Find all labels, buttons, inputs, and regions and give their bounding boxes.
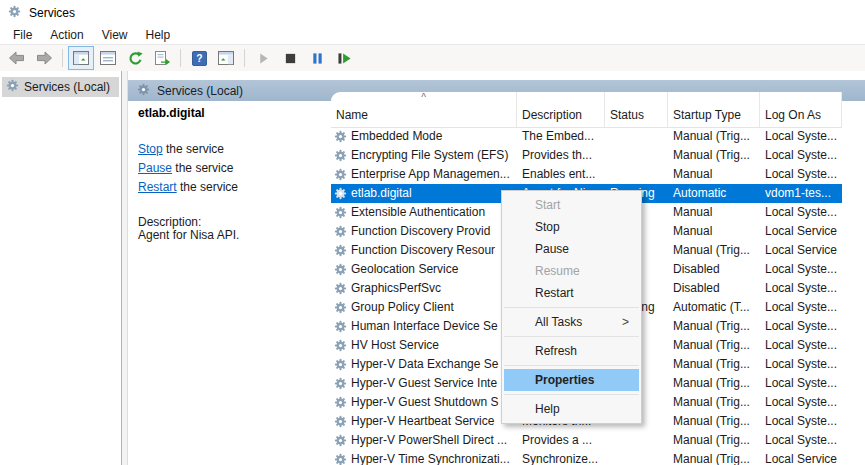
service-gear-icon bbox=[334, 434, 347, 447]
cell-log-on-as: Local Syste... bbox=[760, 146, 842, 165]
cell-status bbox=[605, 431, 668, 450]
cell-log-on-as: Local Syste... bbox=[760, 374, 842, 393]
cell-name: Human Interface Device Se bbox=[331, 317, 517, 336]
menu-separator bbox=[504, 365, 639, 366]
cell-startup-type: Disabled bbox=[668, 260, 760, 279]
services-gear-icon bbox=[137, 83, 150, 99]
forward-button[interactable] bbox=[31, 46, 57, 70]
service-action-pause: Pause the service bbox=[138, 160, 328, 176]
window-tree-icon bbox=[73, 51, 89, 65]
back-button[interactable] bbox=[4, 46, 30, 70]
context-menu-item-help[interactable]: Help bbox=[502, 398, 641, 420]
cell-log-on-as: Local Syste... bbox=[760, 431, 842, 450]
service-row[interactable]: Hyper-V PowerShell Direct ...Provides a … bbox=[331, 431, 842, 450]
export-list-button[interactable] bbox=[149, 46, 175, 70]
help-button[interactable]: ? bbox=[186, 46, 212, 70]
service-gear-icon bbox=[334, 396, 347, 409]
cell-log-on-as: Local Syste... bbox=[760, 298, 842, 317]
service-description-block: Description: Agent for Nisa API. bbox=[138, 216, 239, 242]
show-console-tree-button[interactable] bbox=[68, 46, 94, 70]
service-name-text: Group Policy Client bbox=[351, 298, 454, 317]
column-header-startup-type[interactable]: Startup Type bbox=[668, 92, 760, 127]
service-gear-icon bbox=[334, 453, 347, 465]
tree-item-services-local[interactable]: Services (Local) bbox=[2, 77, 119, 97]
service-name-text: Hyper-V Guest Service Inte bbox=[351, 374, 497, 393]
menu-file[interactable]: File bbox=[4, 27, 41, 43]
start-service-button[interactable] bbox=[250, 46, 276, 70]
service-gear-icon bbox=[334, 282, 347, 295]
column-label: Startup Type bbox=[673, 108, 741, 122]
cell-startup-type: Manual (Trig... bbox=[668, 431, 760, 450]
service-name-text: Geolocation Service bbox=[351, 260, 458, 279]
context-menu-item-pause[interactable]: Pause bbox=[502, 238, 641, 260]
menu-item-label: Refresh bbox=[535, 344, 577, 358]
service-gear-icon bbox=[334, 130, 347, 143]
context-menu-item-refresh[interactable]: Refresh bbox=[502, 340, 641, 362]
cell-log-on-as: Local Syste... bbox=[760, 165, 842, 184]
service-row[interactable]: Hyper-V Time Synchronizati...Synchronize… bbox=[331, 450, 842, 465]
menu-bar: FileActionViewHelp bbox=[0, 26, 865, 44]
service-gear-icon bbox=[334, 301, 347, 314]
cell-name: Hyper-V Guest Shutdown S bbox=[331, 393, 517, 412]
cell-status bbox=[605, 450, 668, 465]
services-pane: Services (Local) etlab.digital Stop the … bbox=[128, 71, 865, 465]
service-name-text: Hyper-V Guest Shutdown S bbox=[351, 393, 498, 412]
cell-startup-type: Manual (Trig... bbox=[668, 450, 760, 465]
menu-item-label: Stop bbox=[535, 220, 560, 234]
svg-text:?: ? bbox=[196, 53, 202, 64]
cell-log-on-as: vdom1-tes... bbox=[760, 184, 842, 203]
cell-name: Hyper-V PowerShell Direct ... bbox=[331, 431, 517, 450]
pause-service-button[interactable] bbox=[304, 46, 330, 70]
pause-service-link[interactable]: Pause bbox=[138, 161, 172, 175]
column-label: Log On As bbox=[765, 108, 821, 122]
column-header-log-on-as[interactable]: Log On As bbox=[760, 92, 842, 127]
show-action-pane-button[interactable] bbox=[213, 46, 239, 70]
service-row[interactable]: Enterprise App Managemen...Enables ent..… bbox=[331, 165, 842, 184]
service-name-text: GraphicsPerfSvc bbox=[351, 279, 441, 298]
cell-description: Provides th... bbox=[517, 146, 605, 165]
context-menu-item-restart[interactable]: Restart bbox=[502, 282, 641, 304]
service-gear-icon bbox=[334, 320, 347, 333]
stop-service-link[interactable]: Stop bbox=[138, 142, 163, 156]
cell-startup-type: Manual bbox=[668, 222, 760, 241]
service-row[interactable]: Embedded ModeThe Embed...Manual (Trig...… bbox=[331, 127, 842, 146]
properties-button[interactable] bbox=[95, 46, 121, 70]
service-name-text: Hyper-V Data Exchange Se bbox=[351, 355, 498, 374]
menu-view[interactable]: View bbox=[93, 27, 137, 43]
restart-service-link[interactable]: Restart bbox=[138, 180, 177, 194]
cell-description: The Embed... bbox=[517, 127, 605, 146]
cell-name: Hyper-V Guest Service Inte bbox=[331, 374, 517, 393]
menu-item-label: Pause bbox=[535, 242, 569, 256]
service-row[interactable]: Encrypting File System (EFS)Provides th.… bbox=[331, 146, 842, 165]
toolbar: ? bbox=[0, 44, 865, 72]
refresh-button[interactable] bbox=[122, 46, 148, 70]
app-icon bbox=[8, 5, 21, 21]
banner-title: Services (Local) bbox=[157, 84, 243, 98]
cell-status bbox=[605, 146, 668, 165]
pause-icon bbox=[311, 52, 324, 65]
stop-icon bbox=[284, 52, 297, 65]
column-header-description[interactable]: Description bbox=[517, 92, 605, 127]
column-header-status[interactable]: Status bbox=[605, 92, 668, 127]
restart-service-button[interactable] bbox=[331, 46, 357, 70]
context-menu-item-stop[interactable]: Stop bbox=[502, 216, 641, 238]
cell-description: Synchronize... bbox=[517, 450, 605, 465]
cell-name: Embedded Mode bbox=[331, 127, 517, 146]
cell-name: HV Host Service bbox=[331, 336, 517, 355]
arrow-right-icon bbox=[35, 51, 53, 65]
menu-item-label: Restart bbox=[535, 286, 574, 300]
menu-help[interactable]: Help bbox=[137, 27, 180, 43]
cell-log-on-as: Local Syste... bbox=[760, 127, 842, 146]
cell-log-on-as: Local Syste... bbox=[760, 393, 842, 412]
context-menu-item-properties[interactable]: Properties bbox=[504, 369, 639, 391]
menu-separator bbox=[504, 336, 639, 337]
context-menu-item-all-tasks[interactable]: All Tasks> bbox=[502, 311, 641, 333]
stop-service-button[interactable] bbox=[277, 46, 303, 70]
context-menu-item-resume: Resume bbox=[502, 260, 641, 282]
cell-log-on-as: Local Service bbox=[760, 241, 842, 260]
column-header-name[interactable]: Name^ bbox=[331, 92, 517, 127]
menu-action[interactable]: Action bbox=[41, 27, 92, 43]
service-name-text: Hyper-V Time Synchronizati... bbox=[351, 450, 510, 465]
service-gear-icon bbox=[334, 206, 347, 219]
context-menu-item-start: Start bbox=[502, 194, 641, 216]
